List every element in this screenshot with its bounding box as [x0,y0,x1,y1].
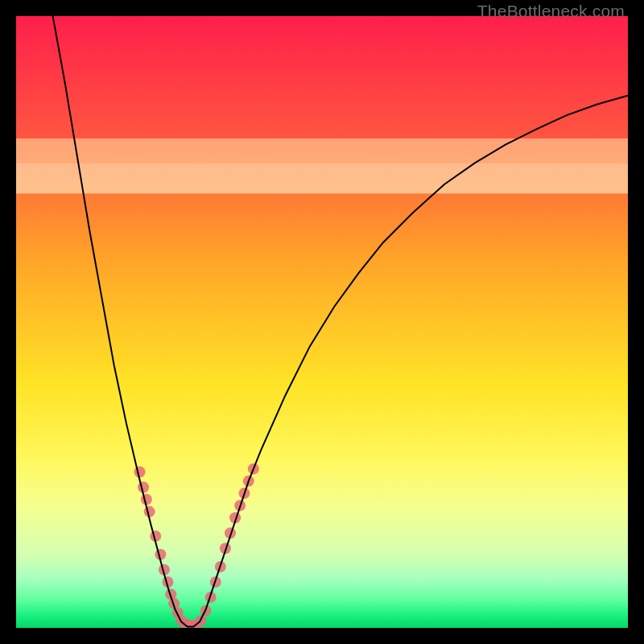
svg-point-4 [141,493,152,505]
chart-background [16,16,628,628]
svg-point-3 [138,481,149,493]
chart-svg [16,16,628,628]
watermark-label: TheBottleneck.com [477,2,625,21]
chart-bands [16,138,628,193]
svg-rect-1 [16,138,628,163]
chart-frame [16,16,628,628]
svg-rect-0 [16,163,628,193]
svg-point-2 [134,466,146,477]
svg-point-5 [144,506,155,518]
